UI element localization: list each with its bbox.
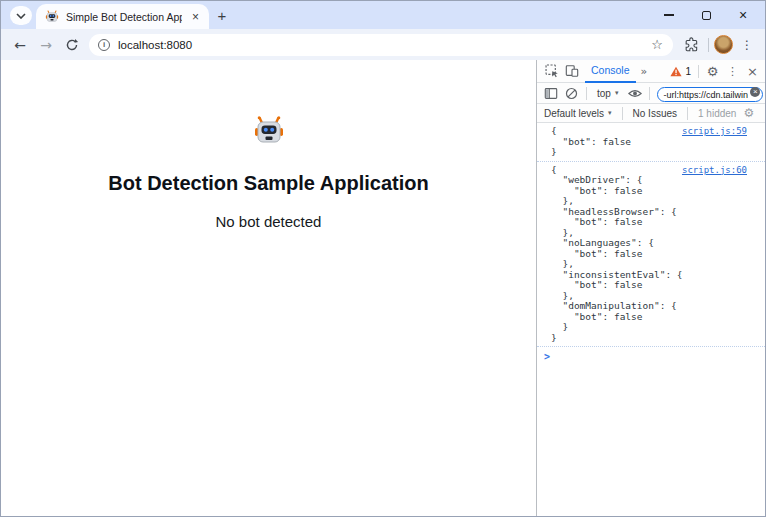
bookmark-star-icon[interactable]: ☆	[649, 37, 665, 52]
source-location-link[interactable]: script.js:59	[682, 126, 747, 136]
web-page: Bot Detection Sample Application No bot …	[1, 60, 536, 516]
back-button[interactable]: ←	[7, 33, 33, 57]
sidebar-panel-icon	[544, 87, 558, 100]
maximize-button[interactable]	[700, 9, 712, 21]
url-text[interactable]: localhost:8080	[118, 39, 641, 51]
browser-toolbar: ← → i localhost:8080 ☆ ⋮	[1, 29, 765, 60]
separator	[649, 87, 650, 100]
devtools-menu-button[interactable]: ⋮	[723, 62, 742, 81]
separator	[586, 87, 587, 100]
maximize-icon	[702, 11, 711, 20]
console-prompt[interactable]: >	[537, 347, 765, 364]
extensions-button[interactable]	[679, 33, 703, 57]
reload-icon	[65, 38, 79, 52]
devtools-main-toolbar: Console » 1 ⚙ ⋮ ×	[537, 60, 765, 83]
hidden-messages-label: 1 hidden	[698, 108, 736, 119]
robot-favicon-icon	[45, 10, 59, 24]
issues-counter[interactable]: No Issues	[633, 108, 677, 119]
javascript-context-selector[interactable]: top ▾	[592, 88, 623, 99]
reload-button[interactable]	[59, 33, 85, 57]
detection-status-text: No bot detected	[1, 213, 536, 230]
browser-tab[interactable]: Simple Bot Detection App ×	[36, 4, 209, 29]
device-toolbar-icon	[565, 64, 579, 78]
clear-console-button[interactable]	[562, 84, 581, 103]
console-sidebar-toggle-button[interactable]	[541, 84, 560, 103]
chevron-down-icon: ▾	[615, 89, 619, 97]
devtools-close-button[interactable]: ×	[743, 62, 762, 81]
eye-icon	[628, 88, 642, 99]
console-settings-bar: Default levels ▾ No Issues 1 hidden ⚙	[537, 104, 765, 123]
live-expression-button[interactable]	[625, 84, 644, 103]
warnings-badge[interactable]: 1	[667, 66, 694, 77]
filter-input[interactable]	[657, 87, 763, 102]
console-output: script.js:59{ "bot": false }script.js:60…	[537, 123, 765, 516]
browser-menu-button[interactable]: ⋮	[737, 33, 757, 57]
console-settings-gear-icon[interactable]: ⚙	[743, 106, 754, 120]
minimize-button[interactable]	[663, 9, 675, 21]
puzzle-icon	[684, 37, 699, 52]
site-info-icon[interactable]: i	[98, 39, 110, 51]
robot-icon	[253, 116, 285, 152]
block-icon	[565, 87, 578, 100]
window-close-button[interactable]: ×	[737, 9, 749, 21]
window-controls: ×	[663, 1, 765, 29]
console-log-entry: script.js:59{ "bot": false }	[537, 123, 765, 162]
inspect-cursor-icon	[545, 64, 559, 78]
tab-console[interactable]: Console	[585, 60, 636, 83]
profile-avatar[interactable]	[714, 35, 733, 54]
page-title: Bot Detection Sample Application	[1, 172, 536, 195]
new-tab-button[interactable]: +	[209, 3, 235, 27]
devtools-settings-button[interactable]: ⚙	[703, 62, 722, 81]
separator	[622, 107, 623, 120]
tab-close-icon[interactable]: ×	[189, 10, 202, 24]
log-levels-dropdown[interactable]: Default levels ▾	[544, 108, 612, 119]
console-log-text: { "webDriver": { "bot": false }, "headle…	[551, 165, 747, 344]
warning-count: 1	[685, 66, 691, 77]
tab-title: Simple Bot Detection App	[66, 11, 182, 23]
address-bar[interactable]: i localhost:8080 ☆	[89, 34, 673, 56]
more-tabs-button[interactable]: »	[637, 65, 652, 78]
browser-window: Simple Bot Detection App × + × ← → i loc…	[0, 0, 766, 517]
tab-search-button[interactable]	[10, 6, 32, 25]
separator	[698, 65, 699, 78]
content-area: Bot Detection Sample Application No bot …	[1, 60, 765, 516]
context-label: top	[597, 88, 611, 99]
levels-label: Default levels	[544, 108, 604, 119]
tab-strip: Simple Bot Detection App × + ×	[1, 1, 765, 29]
console-toolbar: top ▾ ×	[537, 83, 765, 104]
minimize-icon	[664, 14, 674, 16]
devtools-panel: Console » 1 ⚙ ⋮ ×	[536, 60, 765, 516]
warning-triangle-icon	[670, 66, 682, 77]
console-log-entry: script.js:60{ "webDriver": { "bot": fals…	[537, 162, 765, 348]
chevron-down-icon: ▾	[608, 109, 612, 117]
inspect-element-button[interactable]	[542, 62, 561, 81]
toolbar-separator	[708, 38, 709, 52]
chevron-down-icon	[16, 13, 26, 19]
device-toolbar-button[interactable]	[562, 62, 581, 81]
source-location-link[interactable]: script.js:60	[682, 165, 747, 175]
forward-button[interactable]: →	[33, 33, 59, 57]
separator	[687, 107, 688, 120]
console-filter: ×	[657, 84, 763, 103]
